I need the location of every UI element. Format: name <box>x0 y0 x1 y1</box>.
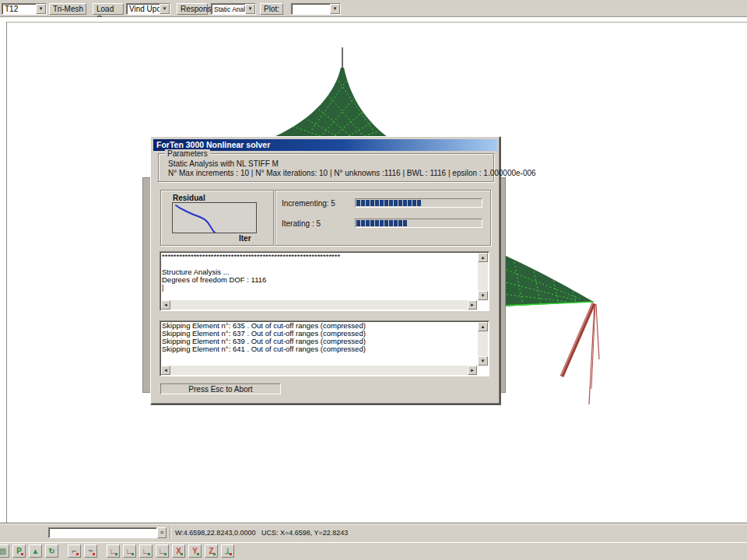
command-expand-button[interactable]: ≡ <box>157 527 167 538</box>
residual-chart <box>172 202 257 233</box>
scroll-down-icon[interactable]: ▼ <box>478 356 488 366</box>
analysis-log-hscrollbar[interactable]: ◄ ► <box>161 300 477 310</box>
scroll-right-icon[interactable]: ► <box>468 366 477 375</box>
right-sail <box>503 254 594 306</box>
plot-combo-value <box>292 4 330 14</box>
parameters-group-label: Parameters <box>165 149 210 158</box>
solver-dialog[interactable]: ForTen 3000 Nonlinear solver Parameters … <box>150 136 500 404</box>
cable-3 <box>591 304 595 389</box>
scroll-left-icon[interactable]: ◄ <box>161 366 170 375</box>
snap-dot-icon <box>76 553 79 555</box>
canvas-left-border <box>6 22 7 523</box>
warnings-log-hscrollbar[interactable]: ◄ ► <box>161 366 477 375</box>
scroll-up-icon[interactable]: ▲ <box>478 253 488 262</box>
snap-dot-icon <box>148 553 150 555</box>
plot-combo[interactable]: ▼ <box>291 3 341 15</box>
cone-render-icon[interactable]: ▲ <box>29 544 42 558</box>
residual-panel: Residual Iter <box>160 190 274 246</box>
orbit-rotate-icon[interactable]: ↻ <box>45 544 58 558</box>
scroll-down-icon[interactable]: ▼ <box>478 291 488 300</box>
viewport-canvas[interactable]: ForTen 3000 Nonlinear solver Parameters … <box>0 17 747 523</box>
warnings-log-text: Skipping Element n°: 635 . Out of cut-of… <box>162 322 477 366</box>
top-sail <box>274 68 388 137</box>
ucs-triad-icon[interactable]: ⊥ <box>221 544 234 558</box>
polyline-snap-icon[interactable]: ⌐ <box>68 544 81 558</box>
right-sail-mesh <box>503 258 580 305</box>
load-case-label: Load Case: <box>93 3 124 15</box>
scroll-right-icon[interactable]: ► <box>468 300 477 310</box>
dialog-title: ForTen 3000 Nonlinear solver <box>156 140 270 149</box>
snap-dot-icon <box>181 553 183 555</box>
angle-snap-2-icon[interactable]: ∟ <box>123 544 136 558</box>
z-axis-icon[interactable]: Z <box>205 544 218 558</box>
cable-2 <box>596 304 599 359</box>
warnings-log[interactable]: Skipping Element n°: 635 . Out of cut-of… <box>160 320 489 376</box>
page-p-icon[interactable]: P <box>12 544 26 558</box>
model-combo[interactable]: T12 ▼ <box>2 3 47 15</box>
residual-chart-title: Residual <box>173 194 205 202</box>
chevron-down-icon[interactable]: ▼ <box>36 4 46 14</box>
iterating-label: Iterating : 5 <box>282 219 321 228</box>
abort-button[interactable]: Press Esc to Abort <box>160 383 281 394</box>
residual-curve <box>176 205 215 233</box>
x-axis-icon[interactable]: X <box>172 544 185 558</box>
top-toolbar: T12 ▼ Tri-Mesh Load Case: Vind Upct5 ▼ R… <box>0 0 747 17</box>
bottom-toolbar-buttons: ▨P▲↻⌐~∟∟∟∟XYZ⊥ <box>0 544 234 558</box>
response-combo[interactable]: Static Analysis Re ▼ <box>211 3 256 15</box>
iterating-progressbar <box>355 219 482 228</box>
mast-highlight <box>561 303 593 376</box>
chevron-down-icon[interactable]: ▼ <box>160 4 170 14</box>
progress-panel: Incrementing: 5 Iterating : 5 <box>275 190 491 246</box>
load-case-combo-value: Vind Upct5 <box>127 4 160 14</box>
snap-dot-icon <box>93 553 95 555</box>
mast <box>562 303 594 376</box>
analysis-log[interactable]: ****************************************… <box>160 251 489 311</box>
chevron-down-icon[interactable]: ▼ <box>330 4 340 14</box>
plot-label: Plot: <box>260 3 283 15</box>
canvas-top-border <box>6 22 747 23</box>
y-axis-icon[interactable]: Y <box>188 544 202 558</box>
cable-1 <box>589 304 594 404</box>
snap-dot-icon <box>21 553 23 555</box>
statusbar-divider <box>170 527 170 539</box>
snap-dot-icon <box>213 553 216 555</box>
clipped-leftmost-icon[interactable]: ▨ <box>0 544 9 558</box>
incrementing-progressbar <box>355 198 482 208</box>
right-sail-edge <box>503 302 594 306</box>
analysis-log-text: ****************************************… <box>162 253 477 300</box>
warnings-log-vscrollbar[interactable]: ▲ ▼ <box>478 322 488 366</box>
load-case-combo[interactable]: Vind Upct5 ▼ <box>126 3 170 15</box>
parameters-group: Parameters Static Analysis with NL STIFF… <box>158 153 494 182</box>
snap-dot-icon <box>115 553 117 555</box>
response-combo-value: Static Analysis Re <box>212 4 245 14</box>
bottom-toolbar: ▨P▲↻⌐~∟∟∟∟XYZ⊥ <box>0 542 747 560</box>
snap-dot-icon <box>164 553 167 555</box>
angle-snap-1-icon[interactable]: ∟ <box>107 544 120 558</box>
coordinate-readout: W:4.6598,22.8243,0.0000 UCS: X=4.6598, Y… <box>175 529 348 537</box>
angle-snap-3-icon[interactable]: ∟ <box>139 544 153 558</box>
residual-xaxis-label: Iter <box>239 234 251 243</box>
analysis-log-vscrollbar[interactable]: ▲ ▼ <box>478 253 488 300</box>
response-label: Response: <box>177 3 208 15</box>
angle-snap-4-icon[interactable]: ∟ <box>156 544 169 558</box>
status-bar: ≡ W:4.6598,22.8243,0.0000 UCS: X=4.6598,… <box>0 523 747 542</box>
top-sail-mesh <box>289 78 395 137</box>
scroll-left-icon[interactable]: ◄ <box>161 300 170 310</box>
chevron-down-icon[interactable]: ▼ <box>245 4 255 14</box>
snap-dot-icon <box>230 553 232 555</box>
snap-dot-icon <box>197 553 199 555</box>
tri-mesh-button[interactable]: Tri-Mesh <box>49 3 86 15</box>
analysis-params-text: N° Max increments : 10 | N° Max iteratio… <box>168 169 536 177</box>
analysis-type-text: Static Analysis with NL STIFF M <box>168 159 279 168</box>
model-combo-value: T12 <box>2 4 36 14</box>
scroll-up-icon[interactable]: ▲ <box>478 322 488 331</box>
snap-dot-icon <box>132 553 134 555</box>
incrementing-label: Incrementing: 5 <box>282 199 335 208</box>
spline-snap-icon[interactable]: ~ <box>84 544 97 558</box>
command-input[interactable] <box>48 527 157 538</box>
